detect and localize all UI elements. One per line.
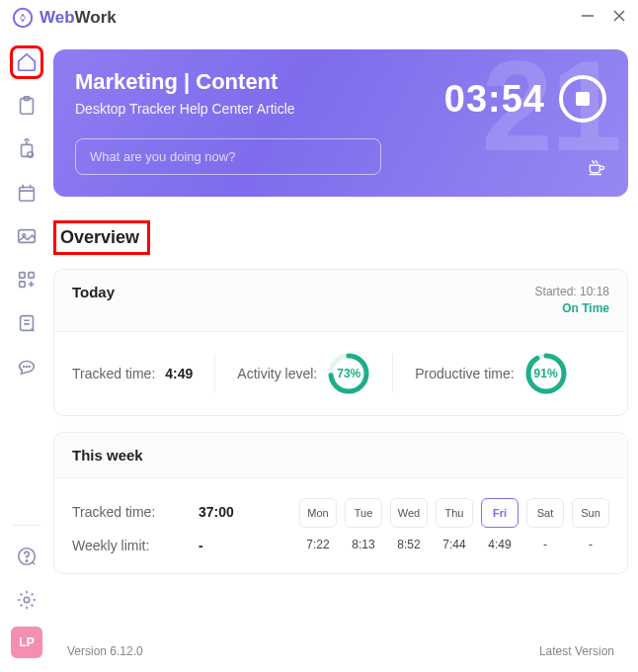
productive-label: Productive time: [415, 366, 514, 381]
divider [392, 354, 393, 393]
divider [214, 354, 215, 393]
svg-point-17 [27, 367, 28, 368]
activity-ring: 73% [327, 352, 370, 395]
tracked-time-value: 4:49 [165, 366, 193, 381]
sidebar-item-chat[interactable] [10, 350, 43, 383]
day-cell-mon[interactable]: Mon [299, 498, 337, 528]
svg-rect-7 [22, 144, 33, 156]
brand-name: WebWork [40, 8, 117, 28]
tracker-header-card: 21 Marketing | Content Desktop Tracker H… [53, 49, 628, 197]
sidebar-item-calendar[interactable] [10, 176, 43, 210]
svg-point-16 [24, 367, 25, 368]
minimize-button[interactable] [581, 9, 595, 27]
day-value-fri: 4:49 [481, 538, 518, 551]
day-cell-sun[interactable]: Sun [572, 498, 609, 528]
latest-version-text: Latest Version [539, 644, 614, 658]
sidebar: LP [0, 36, 53, 672]
day-value-thu: 7:44 [436, 538, 473, 551]
svg-rect-14 [20, 282, 26, 288]
today-status: On Time [535, 300, 609, 317]
day-value-wed: 8:52 [390, 538, 428, 551]
sidebar-item-help[interactable] [10, 540, 43, 573]
project-subtitle: Desktop Tracker Help Center Article [75, 101, 295, 117]
svg-rect-15 [21, 316, 34, 331]
activity-pct: 73% [327, 352, 370, 395]
productive-pct: 91% [524, 352, 568, 395]
day-value-sun: - [572, 538, 609, 551]
week-tracked-label: Tracked time: [72, 504, 181, 520]
svg-point-20 [26, 560, 27, 561]
version-text: Version 6.12.0 [67, 644, 143, 658]
day-cell-thu[interactable]: Thu [436, 498, 473, 528]
svg-rect-12 [20, 273, 26, 279]
week-limit-label: Weekly limit: [72, 538, 181, 553]
task-input[interactable] [75, 138, 381, 175]
day-cell-wed[interactable]: Wed [390, 498, 428, 528]
stop-button[interactable] [559, 75, 606, 123]
sidebar-item-apps[interactable] [10, 263, 43, 296]
svg-point-18 [29, 367, 30, 368]
elapsed-timer: 03:54 [444, 78, 545, 121]
svg-point-21 [24, 597, 30, 603]
window-controls [581, 9, 626, 27]
week-title: This week [72, 447, 143, 463]
day-cell-sat[interactable]: Sat [526, 498, 564, 528]
productive-ring: 91% [524, 352, 568, 395]
stop-icon [576, 92, 590, 106]
sidebar-item-clipboard[interactable] [10, 89, 43, 123]
day-value-sat: - [526, 538, 564, 551]
section-title-overview: Overview [53, 220, 150, 255]
svg-rect-13 [29, 273, 35, 279]
break-icon[interactable] [587, 157, 606, 181]
day-cell-fri[interactable]: Fri [481, 498, 518, 528]
week-grid: MonTueWedThuFriSatSun 7:228:138:527:444:… [299, 498, 609, 551]
day-cell-tue[interactable]: Tue [345, 498, 382, 528]
sidebar-item-settings[interactable] [10, 583, 43, 617]
svg-point-1 [21, 16, 25, 20]
week-limit-value: - [199, 538, 203, 553]
today-title: Today [72, 284, 115, 300]
brand: WebWork [12, 7, 117, 29]
titlebar: WebWork [0, 0, 638, 36]
week-tracked-value: 37:00 [199, 504, 234, 520]
sidebar-item-screenshots[interactable] [10, 219, 43, 253]
avatar[interactable]: LP [11, 627, 42, 658]
activity-label: Activity level: [237, 366, 317, 381]
today-card: Today Started: 10:18 On Time Tracked tim… [53, 269, 628, 416]
tracked-time-label: Tracked time: [72, 366, 155, 381]
close-button[interactable] [612, 9, 626, 27]
today-started: Started: 10:18 [535, 284, 609, 300]
week-card: This week Tracked time: 37:00 Weekly lim… [53, 432, 628, 574]
sidebar-item-timesheet[interactable] [10, 132, 43, 166]
day-value-tue: 8:13 [345, 538, 382, 551]
main-area: 21 Marketing | Content Desktop Tracker H… [53, 36, 638, 672]
project-title: Marketing | Content [75, 69, 295, 95]
footer: Version 6.12.0 Latest Version [53, 634, 628, 672]
brand-logo-icon [12, 7, 34, 29]
svg-rect-9 [20, 188, 35, 202]
sidebar-item-home[interactable] [10, 45, 43, 79]
sidebar-item-reports[interactable] [10, 306, 43, 340]
day-value-mon: 7:22 [299, 538, 337, 551]
